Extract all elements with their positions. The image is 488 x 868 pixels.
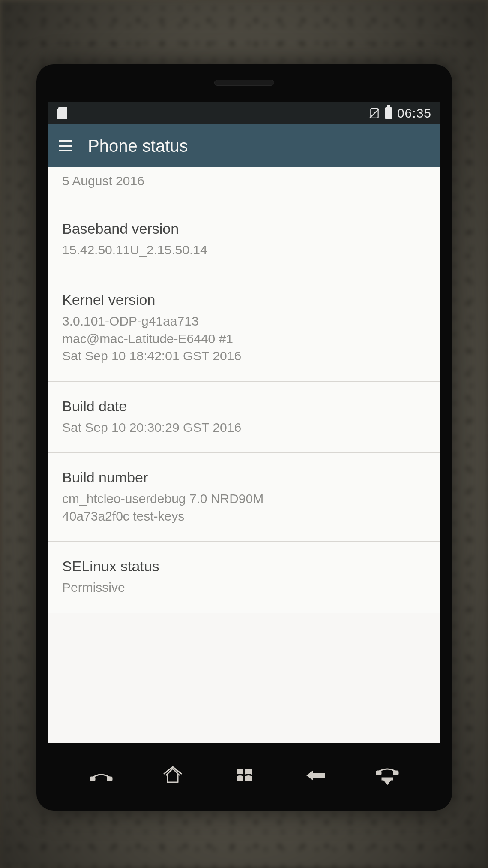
- call-button[interactable]: [88, 765, 114, 786]
- svg-rect-5: [394, 771, 398, 775]
- svg-rect-3: [108, 777, 112, 781]
- phone-device: 06:35 Phone status 5 August 2016 Baseban…: [36, 64, 452, 811]
- svg-rect-2: [90, 777, 95, 781]
- phone-earpiece: [214, 80, 274, 86]
- setting-item-kernel[interactable]: Kernel version 3.0.101-ODP-g41aa713 mac@…: [48, 275, 440, 382]
- setting-value: 3.0.101-ODP-g41aa713 mac@mac-Latitude-E6…: [62, 313, 426, 365]
- battery-full-icon: [385, 107, 392, 119]
- setting-title: Baseband version: [62, 220, 426, 237]
- page-title: Phone status: [88, 136, 188, 156]
- no-sim-icon: [369, 108, 380, 119]
- end-call-button[interactable]: [374, 765, 400, 786]
- setting-value: 15.42.50.11U_2.15.50.14: [62, 241, 426, 259]
- setting-title: Kernel version: [62, 292, 426, 308]
- setting-value: 5 August 2016: [62, 172, 426, 190]
- setting-item-build-date[interactable]: Build date Sat Sep 10 20:30:29 GST 2016: [48, 382, 440, 453]
- settings-list[interactable]: 5 August 2016 Baseband version 15.42.50.…: [48, 167, 440, 613]
- setting-title: Build number: [62, 469, 426, 486]
- sd-card-icon: [57, 107, 67, 119]
- setting-title: Build date: [62, 398, 426, 415]
- setting-value: cm_htcleo-userdebug 7.0 NRD90M 40a73a2f0…: [62, 490, 426, 525]
- setting-value: Sat Sep 10 20:30:29 GST 2016: [62, 419, 426, 437]
- back-button[interactable]: [303, 765, 329, 786]
- status-bar: 06:35: [48, 102, 440, 124]
- setting-value: Permissive: [62, 579, 426, 597]
- setting-item-security-patch[interactable]: 5 August 2016: [48, 167, 440, 204]
- svg-rect-4: [377, 771, 381, 775]
- phone-screen: 06:35 Phone status 5 August 2016 Baseban…: [48, 102, 440, 743]
- setting-item-build-number[interactable]: Build number cm_htcleo-userdebug 7.0 NRD…: [48, 453, 440, 542]
- setting-item-selinux[interactable]: SELinux status Permissive: [48, 542, 440, 613]
- app-bar: Phone status: [48, 124, 440, 167]
- setting-title: SELinux status: [62, 558, 426, 575]
- svg-line-1: [370, 108, 379, 118]
- setting-item-baseband[interactable]: Baseband version 15.42.50.11U_2.15.50.14: [48, 204, 440, 276]
- home-button[interactable]: [160, 765, 186, 786]
- status-clock: 06:35: [397, 106, 431, 121]
- hardware-nav-buttons: [48, 765, 440, 786]
- hamburger-icon[interactable]: [59, 140, 72, 151]
- windows-button[interactable]: [231, 765, 257, 786]
